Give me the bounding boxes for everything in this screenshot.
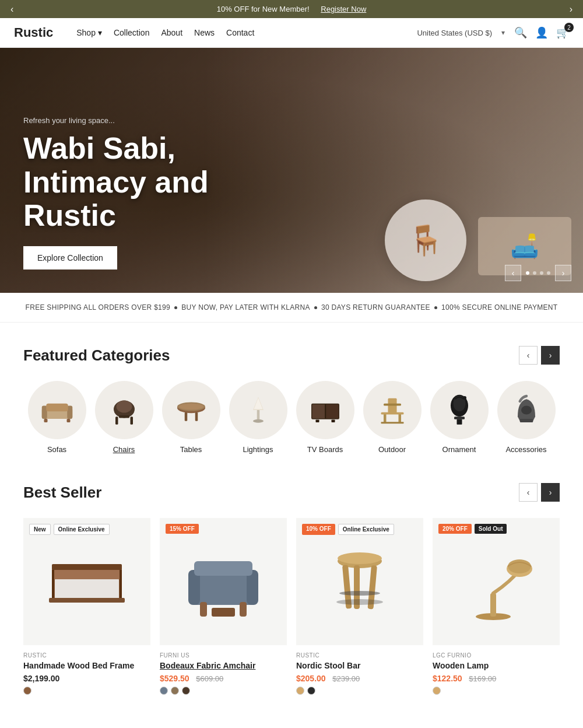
svg-rect-61 — [490, 593, 496, 617]
category-ornament-icon — [430, 381, 489, 439]
category-tables-icon — [162, 381, 220, 439]
product-card-4[interactable]: 20% OFF Sold Out LGC FURNIO Wooden Lamp — [433, 518, 560, 695]
hero-dot-1[interactable] — [526, 271, 529, 275]
nav-contact[interactable]: Contact — [226, 28, 254, 37]
hero-dot-2[interactable] — [533, 271, 536, 275]
product-brand-4: LGC FURNIO — [433, 652, 560, 659]
hero-cta-button[interactable]: Explore Collection — [23, 246, 117, 270]
hero-next-button[interactable]: › — [555, 265, 571, 281]
hero-dots — [526, 271, 550, 275]
cart-badge: 2 — [564, 23, 574, 32]
product-name-2: Bodeaux Fabric Amchair — [160, 661, 287, 670]
swatch-3-1[interactable] — [296, 687, 304, 695]
hero-prev-button[interactable]: ‹ — [505, 265, 521, 281]
category-outdoor[interactable]: Outdoor — [359, 381, 426, 454]
bestseller-next-button[interactable]: › — [541, 483, 560, 502]
hero-dot-3[interactable] — [540, 271, 543, 275]
bestseller-prev-button[interactable]: ‹ — [519, 483, 538, 502]
svg-point-10 — [116, 401, 132, 413]
svg-rect-7 — [115, 416, 118, 425]
hero-dot-4[interactable] — [547, 271, 550, 275]
announcement-prev-button[interactable]: ‹ — [6, 2, 18, 17]
product-image-2: 15% OFF Quick Buy — [160, 518, 287, 645]
nav-collection[interactable]: Collection — [114, 28, 149, 37]
search-icon[interactable]: 🔍 — [514, 26, 527, 39]
svg-rect-29 — [398, 414, 401, 424]
featured-categories-section: Featured Categories ‹ › Sofas — [0, 323, 583, 466]
swatch-3-2[interactable] — [307, 687, 315, 695]
cart-icon[interactable]: 🛒 2 — [556, 26, 569, 39]
product-card-2[interactable]: 15% OFF Quick Buy FURNI US Bodeaux Fabri… — [160, 518, 287, 695]
category-tvboards-icon — [296, 381, 354, 439]
svg-rect-37 — [519, 419, 533, 422]
categories-next-button[interactable]: › — [541, 346, 560, 365]
svg-rect-26 — [388, 398, 396, 414]
announcement-link[interactable]: Register Now — [321, 5, 366, 13]
best-seller-section: Best Seller ‹ › New Online Exclusive — [0, 466, 583, 712]
badge-online-3: Online Exclusive — [338, 524, 394, 535]
product-image-1: New Online Exclusive — [23, 518, 150, 645]
swatch-1-1[interactable] — [23, 687, 31, 695]
perks-bar: FREE SHIPPING ALL ORDERS OVER $199 BUY N… — [0, 293, 583, 323]
region-selector[interactable]: United States (USD $) — [417, 29, 492, 37]
product-image-4: 20% OFF Sold Out — [433, 518, 560, 645]
nav-about[interactable]: About — [161, 28, 182, 37]
perk-secure: 100% SECURE ONLINE PAYMENT — [441, 303, 557, 312]
swatch-2-1[interactable] — [160, 687, 168, 695]
view-all-section: View All Products — [0, 712, 583, 728]
svg-rect-25 — [331, 420, 335, 423]
chevron-down-icon: ▾ — [98, 28, 102, 37]
category-sofas[interactable]: Sofas — [23, 381, 90, 454]
category-tables[interactable]: Tables — [157, 381, 224, 454]
svg-point-34 — [463, 396, 466, 400]
hero-banner: 🪑 🛋️ Refresh your living space... Wabi S… — [0, 48, 583, 293]
nav-shop[interactable]: Shop ▾ — [76, 28, 102, 37]
product-badges-2: 15% OFF — [166, 524, 199, 534]
product-price-4: $122.50 $169.00 — [433, 674, 560, 683]
product-swatches-2 — [160, 687, 287, 695]
chevron-down-icon-region: ▾ — [501, 29, 505, 37]
categories-prev-button[interactable]: ‹ — [519, 346, 538, 365]
product-badges-1: New Online Exclusive — [29, 524, 110, 535]
hero-subtitle: Refresh your living space... — [23, 116, 209, 125]
category-accessories-icon — [497, 381, 556, 439]
header-right: United States (USD $) ▾ 🔍 👤 🛒 2 — [417, 26, 569, 39]
product-brand-1: RUSTIC — [23, 652, 150, 659]
category-chairs-label: Chairs — [113, 445, 135, 454]
svg-rect-3 — [46, 404, 68, 412]
perk-returns: 30 DAYS RETURN GUARANTEE — [321, 303, 430, 312]
swatch-4-1[interactable] — [433, 687, 441, 695]
category-sofas-icon — [28, 381, 86, 439]
header-icons: 🔍 👤 🛒 2 — [514, 26, 569, 39]
svg-point-54 — [338, 552, 382, 564]
product-card-3[interactable]: 10% OFF Online Exclusive RUSTIC Nordic S… — [296, 518, 423, 695]
site-logo[interactable]: Rustic — [14, 25, 53, 40]
account-icon[interactable]: 👤 — [535, 26, 548, 39]
svg-rect-31 — [381, 422, 403, 424]
product-brand-3: RUSTIC — [296, 652, 423, 659]
category-accessories[interactable]: Accessories — [493, 381, 560, 454]
category-chairs[interactable]: Chairs — [90, 381, 157, 454]
swatch-2-2[interactable] — [171, 687, 179, 695]
product-card-1[interactable]: New Online Exclusive RUSTIC Handmade Woo… — [23, 518, 150, 695]
svg-rect-49 — [194, 561, 252, 576]
badge-off-4: 20% OFF — [438, 524, 472, 534]
category-ornament-label: Ornament — [442, 445, 476, 454]
category-ornament[interactable]: Ornament — [426, 381, 493, 454]
announcement-text: 10% OFF for New Member! — [217, 5, 310, 13]
bestseller-title: Best Seller — [23, 484, 101, 502]
perk-separator-2 — [314, 306, 317, 309]
product-image-svg-1 — [40, 547, 134, 617]
category-lightings[interactable]: Lightings — [224, 381, 292, 454]
swatch-2-3[interactable] — [182, 687, 190, 695]
svg-rect-14 — [195, 412, 198, 421]
svg-rect-46 — [191, 573, 255, 605]
svg-rect-27 — [384, 404, 401, 406]
product-price-1: $2,199.00 — [23, 674, 150, 683]
category-tvboards[interactable]: TV Boards — [292, 381, 359, 454]
announcement-next-button[interactable]: › — [565, 2, 577, 17]
category-tables-label: Tables — [180, 445, 202, 454]
nav-news[interactable]: News — [194, 28, 215, 37]
svg-point-18 — [253, 419, 264, 423]
hero-title: Wabi Sabi,Intimacy andRustic — [23, 132, 209, 232]
